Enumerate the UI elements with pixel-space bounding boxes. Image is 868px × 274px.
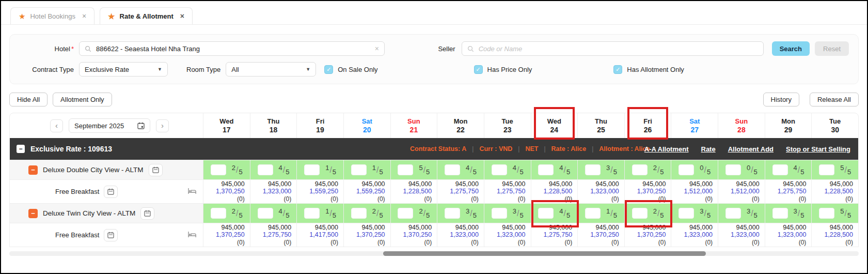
- collapse-contract-icon[interactable]: −: [17, 145, 25, 153]
- price-cell[interactable]: 945,0001,323,000(0): [250, 180, 297, 203]
- allotment-input[interactable]: [772, 164, 788, 175]
- price-cell[interactable]: 945,0001,228,500(0): [811, 180, 858, 203]
- room-type-select[interactable]: All ▼: [226, 62, 316, 77]
- price-cell[interactable]: 945,0001,559,250(0): [296, 180, 343, 203]
- price-cell[interactable]: 945,0001,559,250(0): [343, 180, 390, 203]
- allotment-input[interactable]: [585, 164, 601, 175]
- contract-link-allotment-add[interactable]: Allotment Add: [728, 145, 774, 153]
- price-cell[interactable]: 945,0001,512,000(0): [718, 180, 765, 203]
- allotment-input[interactable]: [725, 208, 741, 219]
- price-cell[interactable]: 945,0001,275,750(0): [437, 180, 484, 203]
- month-picker[interactable]: September 2025: [69, 118, 150, 133]
- price-cell[interactable]: 945,0001,370,250(0): [343, 223, 390, 247]
- allotment-cell[interactable]: 1/5: [577, 204, 624, 223]
- price-cell[interactable]: 945,0001,275,750(0): [765, 180, 812, 203]
- on-sale-only-checkbox[interactable]: ✓ On Sale Only: [324, 65, 377, 74]
- allotment-input[interactable]: [398, 164, 413, 175]
- allotment-cell[interactable]: 5/5: [811, 204, 858, 223]
- allotment-cell[interactable]: 1/5: [343, 160, 390, 179]
- price-cell[interactable]: 945,0001,512,000(0): [671, 180, 718, 203]
- allotment-input[interactable]: [211, 164, 226, 175]
- allotment-input[interactable]: [445, 208, 460, 219]
- allotment-input[interactable]: [585, 208, 601, 219]
- allotment-input[interactable]: [678, 164, 694, 175]
- next-month-button[interactable]: ›: [156, 119, 169, 132]
- price-cell[interactable]: 945,0001,370,250(0): [390, 223, 437, 247]
- price-cell[interactable]: 945,0001,323,000(0): [671, 223, 718, 247]
- allotment-cell[interactable]: 3/5: [671, 204, 718, 223]
- price-cell[interactable]: 945,0001,323,000(0): [765, 223, 812, 247]
- allotment-cell[interactable]: 3/5: [765, 204, 812, 223]
- allotment-input[interactable]: [492, 164, 507, 175]
- price-cell[interactable]: 945,0001,323,000(0): [718, 223, 765, 247]
- allotment-input[interactable]: [632, 208, 648, 219]
- reset-button[interactable]: Reset: [815, 41, 849, 56]
- price-cell[interactable]: 945,0001,370,250(0): [624, 180, 671, 203]
- hotel-input[interactable]: 886622 - Seaesta Hotel Nha Trang ×: [79, 41, 385, 56]
- contract-link-stop-or-start-selling[interactable]: Stop or Start Selling: [786, 145, 850, 153]
- allotment-cell[interactable]: 4/5: [531, 204, 578, 223]
- allotment-cell[interactable]: 2/5: [624, 160, 671, 179]
- allotment-input[interactable]: [492, 208, 507, 219]
- price-cell[interactable]: 945,0001,370,250(0): [203, 223, 250, 247]
- price-cell[interactable]: 945,0001,370,250(0): [203, 180, 250, 203]
- allotment-cell[interactable]: 0/5: [671, 160, 718, 179]
- hide-all-button[interactable]: Hide All: [9, 93, 48, 106]
- room-calendar-button[interactable]: [140, 207, 154, 220]
- release-all-button[interactable]: Release All: [810, 93, 859, 106]
- has-allotment-only-checkbox[interactable]: ✓ Has Allotment Only: [613, 65, 684, 74]
- allotment-cell[interactable]: 4/5: [531, 160, 578, 179]
- allotment-cell[interactable]: 4/5: [765, 160, 812, 179]
- search-button[interactable]: Search: [772, 41, 810, 56]
- tab-hotel-bookings[interactable]: ★ Hotel Bookings ×: [10, 7, 94, 24]
- allotment-cell[interactable]: 3/5: [484, 204, 531, 223]
- price-cell[interactable]: 945,0001,275,750(0): [484, 180, 531, 203]
- collapse-room-icon[interactable]: −: [28, 165, 38, 175]
- allotment-cell[interactable]: 2/5: [390, 204, 437, 223]
- allotment-input[interactable]: [772, 208, 788, 219]
- allotment-cell[interactable]: 4/5: [250, 204, 297, 223]
- room-calendar-button[interactable]: [149, 164, 163, 176]
- close-icon[interactable]: ×: [180, 12, 184, 20]
- allotment-cell[interactable]: 1/5: [296, 204, 343, 223]
- allotment-input[interactable]: [398, 208, 413, 219]
- price-cell[interactable]: 945,0001,370,250(0): [577, 223, 624, 247]
- allotment-input[interactable]: [304, 208, 320, 219]
- allotment-cell[interactable]: 2/5: [203, 160, 250, 179]
- allotment-cell[interactable]: 4/5: [250, 160, 297, 179]
- price-cell[interactable]: 945,0001,275,750(0): [250, 223, 297, 247]
- allotment-input[interactable]: [445, 164, 460, 175]
- allotment-cell[interactable]: 4/5: [437, 160, 484, 179]
- allotment-cell[interactable]: 1/5: [296, 160, 343, 179]
- allotment-input[interactable]: [632, 164, 648, 175]
- price-cell[interactable]: 945,0001,275,750(0): [531, 223, 578, 247]
- allotment-input[interactable]: [258, 208, 273, 219]
- allotment-input[interactable]: [304, 164, 320, 175]
- allotment-input[interactable]: [351, 164, 367, 175]
- allotment-cell[interactable]: 5/5: [811, 160, 858, 179]
- seller-input[interactable]: Code or Name: [462, 41, 764, 56]
- price-cell[interactable]: 945,0001,228,500(0): [531, 180, 578, 203]
- allotment-input[interactable]: [211, 208, 226, 219]
- close-icon[interactable]: ×: [82, 12, 86, 20]
- clear-icon[interactable]: ×: [375, 44, 379, 53]
- price-cell[interactable]: 945,0001,323,000(0): [484, 223, 531, 247]
- price-cell[interactable]: 945,0001,370,250(0): [624, 223, 671, 247]
- allotment-input[interactable]: [819, 164, 834, 175]
- price-cell[interactable]: 945,0001,323,000(0): [577, 180, 624, 203]
- allotment-cell[interactable]: 2/5: [624, 204, 671, 223]
- allotment-cell[interactable]: 3/5: [437, 204, 484, 223]
- price-cell[interactable]: 945,0001,228,500(0): [390, 180, 437, 203]
- allotment-input[interactable]: [725, 164, 741, 175]
- allotment-cell[interactable]: 3/5: [577, 160, 624, 179]
- price-cell[interactable]: 945,0001,228,500(0): [811, 223, 858, 247]
- rate-plan-calendar-button[interactable]: [104, 186, 118, 198]
- history-button[interactable]: History: [763, 93, 799, 106]
- allotment-input[interactable]: [819, 208, 834, 219]
- allotment-cell[interactable]: 0/5: [718, 160, 765, 179]
- allotment-cell[interactable]: 3/5: [718, 204, 765, 223]
- contract-type-select[interactable]: Exclusive Rate ▼: [79, 62, 168, 77]
- allotment-cell[interactable]: 5/5: [390, 160, 437, 179]
- contract-link-a-a-allotment[interactable]: A-A Allotment: [644, 145, 689, 153]
- allotment-input[interactable]: [538, 164, 554, 175]
